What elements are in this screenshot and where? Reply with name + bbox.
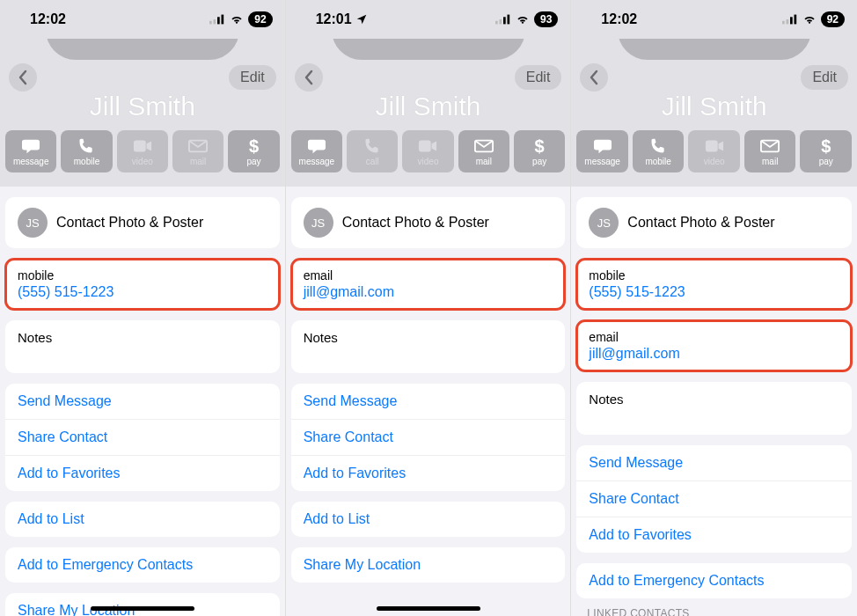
action-mail[interactable]: mail [744,130,796,172]
actions-group-1: Send MessageShare ContactAdd to Favorite… [576,445,852,553]
contact-name: Jill Smith [286,92,571,121]
action-mobile[interactable]: mobile [633,130,685,172]
screen-2: 12:0292EditJill Smithmessagemobilevideom… [571,0,857,616]
video-icon [418,137,437,155]
mobile-icon [649,137,667,155]
action-label: video [132,157,153,166]
svg-rect-8 [503,17,506,24]
contact-monogram: JS [589,208,619,238]
edit-button[interactable]: Edit [515,65,562,90]
action-message[interactable]: message [5,130,56,172]
action-row: messagecallvideomail$pay [286,130,571,180]
back-button[interactable] [295,63,323,92]
action-link[interactable]: Add to Favorites [291,456,566,491]
notes-card[interactable]: Notes [5,320,280,373]
status-time: 12:02 [30,11,66,27]
contact-photo-poster-label: Contact Photo & Poster [627,215,774,231]
pay-icon: $ [249,137,259,155]
action-label: mobile [74,157,99,166]
screen-0: 12:0292EditJill Smithmessagemobilevideom… [0,0,286,616]
action-message[interactable]: message [576,130,628,172]
contact-field-email[interactable]: emailjill@gmail.com [291,259,566,310]
action-mail[interactable]: mail [458,130,509,172]
action-link[interactable]: Share My Location [291,547,566,583]
action-link[interactable]: Send Message [576,445,852,481]
action-mobile[interactable]: mobile [61,130,112,172]
action-link[interactable]: Add to List [291,502,566,537]
field-value: (555) 515-1223 [18,284,267,300]
back-button[interactable] [9,63,37,92]
content: JSContact Photo & Postermobile(555) 515-… [0,197,285,616]
action-label: mobile [645,157,670,166]
call-icon [363,137,381,155]
action-link[interactable]: Send Message [5,384,280,420]
pay-icon: $ [535,137,545,155]
action-pay[interactable]: $pay [800,130,852,172]
wifi-icon [802,14,817,25]
actions-group-1: Send MessageShare ContactAdd to Favorite… [291,384,566,491]
video-icon [133,137,152,155]
action-label: message [584,157,620,166]
actions-group-2: Add to Emergency Contacts [576,563,852,598]
action-row: messagemobilevideomail$pay [571,130,857,180]
contact-field-mobile[interactable]: mobile(555) 515-1223 [576,259,852,310]
message-icon [593,137,612,155]
svg-rect-15 [794,15,796,25]
action-link[interactable]: Add to Favorites [5,456,280,491]
pay-icon: $ [821,137,831,155]
action-label: pay [819,157,833,166]
contact-photo-poster-card[interactable]: JSContact Photo & Poster [576,197,852,248]
home-indicator[interactable] [91,606,194,611]
action-link[interactable]: Send Message [291,384,566,420]
action-label: video [418,157,439,166]
home-indicator[interactable] [377,606,480,611]
status-left: 12:02 [601,11,637,27]
notes-card[interactable]: Notes [576,382,852,435]
status-time: 12:01 [316,11,352,27]
status-bar: 12:0292 [571,0,857,39]
mobile-icon [77,137,95,155]
action-pay[interactable]: $pay [228,130,279,172]
edit-button[interactable]: Edit [801,65,848,90]
video-icon [705,137,724,155]
contact-field-email[interactable]: emailjill@gmail.com [576,320,852,371]
notes-card[interactable]: Notes [291,320,566,373]
action-link[interactable]: Share Contact [5,420,280,456]
action-link[interactable]: Share My Location [5,593,280,616]
action-link[interactable]: Add to Favorites [576,517,852,553]
content: JSContact Photo & Posteremailjill@gmail.… [286,197,571,583]
action-mail: mail [172,130,223,172]
contact-photo-poster-card[interactable]: JSContact Photo & Poster [5,197,280,248]
contact-field-mobile[interactable]: mobile(555) 515-1223 [5,259,280,310]
message-icon [21,137,40,155]
contact-photo-poster-card[interactable]: JSContact Photo & Poster [291,197,566,248]
field-value: jill@gmail.com [589,346,839,362]
actions-group-1: Send MessageShare ContactAdd to Favorite… [5,384,280,491]
action-label: pay [246,157,260,166]
svg-rect-2 [217,17,220,24]
mail-icon [188,137,208,155]
action-link[interactable]: Add to Emergency Contacts [576,563,852,598]
field-label: mobile [18,268,267,282]
action-video: video [117,130,168,172]
action-link[interactable]: Add to List [5,502,280,537]
action-label: message [13,157,49,166]
wifi-icon [516,14,530,25]
back-button[interactable] [580,63,608,92]
notes-label: Notes [304,330,553,345]
action-link[interactable]: Add to Emergency Contacts [5,547,280,583]
contact-monogram: JS [304,208,333,238]
action-pay[interactable]: $pay [514,130,565,172]
battery-indicator: 92 [821,11,845,27]
action-label: pay [532,157,546,166]
edit-button[interactable]: Edit [229,65,276,90]
svg-rect-9 [507,15,509,25]
field-value: jill@gmail.com [304,284,553,300]
action-link[interactable]: Share Contact [291,420,566,456]
svg-rect-13 [786,19,788,24]
action-call: call [347,130,398,172]
action-link[interactable]: Share Contact [576,481,852,517]
action-message[interactable]: message [291,130,342,172]
field-value: (555) 515-1223 [589,284,839,300]
actions-group-3: Share My Location [291,547,566,583]
